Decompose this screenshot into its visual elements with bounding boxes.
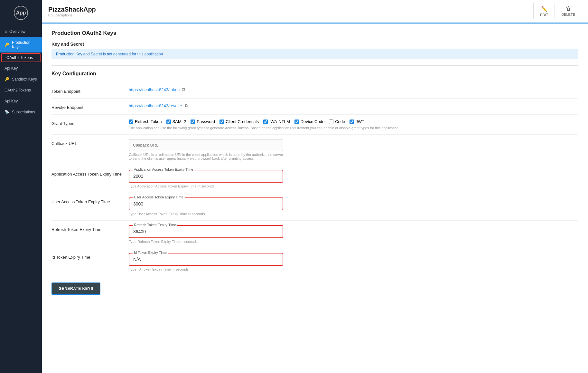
id-token-expiry-group: Id Token Expiry Time Type ID Token Expir… (129, 253, 578, 271)
edit-icon: ✏️ (541, 6, 547, 12)
user-access-token-expiry-row: User Access Token Expiry Time User Acces… (51, 193, 578, 221)
sidebar-item-oauth2-tokens[interactable]: OAuth2 Tokens (1, 53, 41, 62)
logo-text: App (16, 10, 26, 16)
grant-type-item-password: Password (191, 119, 215, 124)
sidebar-item-subscriptions[interactable]: 📡 Subscriptions (0, 107, 42, 118)
header-actions: ✏️ EDIT 🗑 DELETE (533, 3, 582, 19)
refresh-token-expiry-field-label: Refresh Token Expiry Time (133, 223, 177, 227)
grant-type-item-device_code: Device Code (294, 119, 324, 124)
user-access-token-field-label: User Access Token Expiry Time (133, 195, 185, 199)
app-title: PizzaShackApp (48, 6, 96, 13)
refresh-token-expiry-note: Type Refresh Token Expiry Time in second… (129, 240, 578, 244)
grant-types-row: Grant Types Refresh TokenSAML2PasswordCl… (51, 115, 578, 135)
callback-url-row: Callback URL Callback URL is a redirecti… (51, 135, 578, 165)
refresh-token-expiry-row: Refresh Token Expiry Time Refresh Token … (51, 221, 578, 248)
app-access-token-expiry-label: Application Access Token Expiry Time (51, 170, 122, 177)
sidebar-item-label: Api Key (5, 99, 18, 103)
callback-url-label: Callback URL (51, 139, 122, 146)
callback-url-note: Callback URL is a redirection URI in the… (129, 153, 283, 160)
id-token-expiry-input[interactable] (129, 253, 283, 265)
grant-type-item-jwt: JWT (350, 119, 364, 124)
grant-type-item-saml2: SAML2 (166, 119, 186, 124)
grant-type-checkbox-code[interactable] (329, 120, 333, 124)
production-keys-icon: 🔑 (5, 43, 9, 47)
grant-type-item-iwa_ntlm: IWA-NTLM (263, 119, 290, 124)
logo-circle: App (14, 6, 28, 20)
grant-type-checkbox-jwt[interactable] (350, 120, 354, 124)
id-token-expiry-wrapper: Id Token Expiry Time (129, 253, 283, 266)
user-access-token-expiry-input[interactable] (129, 198, 283, 210)
grant-type-checkbox-saml2[interactable] (166, 120, 171, 124)
content-area: Production OAuth2 Keys Key and Secret Pr… (42, 24, 588, 373)
config-section-title: Key Configuration (51, 71, 578, 77)
id-token-expiry-row: Id Token Expiry Time Id Token Expiry Tim… (51, 248, 578, 276)
grant-type-checkbox-refresh_token[interactable] (129, 120, 133, 124)
sidebar-item-label: Subscriptions (12, 110, 35, 114)
grant-type-checkbox-iwa_ntlm[interactable] (263, 120, 268, 124)
app-title-section: PizzaShackApp 0 Subscriptions (48, 6, 96, 17)
grant-type-item-client_credentials: Client Credentials (219, 119, 259, 124)
grant-type-checkbox-password[interactable] (191, 120, 195, 124)
sidebar-item-sandbox-keys[interactable]: 🔑 Sandbox Keys (0, 74, 42, 85)
copy-token-endpoint-icon[interactable]: ⧉ (182, 87, 185, 92)
edit-label: EDIT (540, 13, 548, 17)
delete-icon: 🗑 (566, 6, 571, 12)
grant-type-item-refresh_token: Refresh Token (129, 119, 162, 124)
token-endpoint-label: Token Endpoint (51, 87, 122, 94)
app-access-token-expiry-wrapper: Application Access Token Expiry Time (129, 170, 283, 183)
id-token-expiry-label: Id Token Expiry Time (51, 253, 122, 260)
top-header: PizzaShackApp 0 Subscriptions ✏️ EDIT 🗑 … (42, 0, 588, 24)
sidebar-item-oauth2-tokens-sandbox[interactable]: OAuth2 Tokens (0, 85, 42, 96)
id-token-expiry-field-label: Id Token Expiry Time (133, 251, 168, 254)
app-access-token-expiry-input[interactable] (129, 170, 283, 182)
sandbox-keys-icon: 🔑 (5, 77, 9, 81)
grant-type-checkbox-device_code[interactable] (294, 120, 299, 124)
sidebar-item-overview[interactable]: ≡ Overview (0, 26, 42, 37)
app-access-token-field-label: Application Access Token Expiry Time (133, 167, 194, 171)
sidebar-item-label: OAuth2 Tokens (5, 88, 31, 92)
grant-type-label-refresh_token: Refresh Token (135, 119, 162, 124)
revoke-endpoint-url: https://localhost:8243/revoke (129, 103, 182, 108)
refresh-token-expiry-group: Refresh Token Expiry Time Type Refresh T… (129, 225, 578, 244)
grant-type-label-password: Password (197, 119, 215, 124)
callback-url-input[interactable] (129, 139, 283, 151)
revoke-endpoint-label: Revoke Endpoint (51, 103, 122, 110)
page-title: Production OAuth2 Keys (51, 30, 578, 36)
sidebar-item-api-key-sandbox[interactable]: Api Key (0, 96, 42, 107)
grant-type-label-saml2: SAML2 (173, 119, 186, 124)
refresh-token-expiry-input[interactable] (129, 226, 283, 237)
sidebar-item-label: Production Keys (12, 40, 37, 49)
user-access-token-expiry-wrapper: User Access Token Expiry Time (129, 197, 283, 210)
sidebar: App ≡ Overview 🔑 Production Keys OAuth2 … (0, 0, 42, 373)
sidebar-item-api-key[interactable]: Api Key (0, 63, 42, 74)
app-access-token-expiry-note: Type Application Access Token Expiry Tim… (129, 184, 578, 188)
section-divider-1 (51, 65, 578, 66)
sidebar-logo: App (0, 0, 42, 26)
user-access-token-expiry-note: Type User Access Token Expiry Time in se… (129, 212, 578, 216)
main-content: PizzaShackApp 0 Subscriptions ✏️ EDIT 🗑 … (42, 0, 588, 373)
revoke-endpoint-value: https://localhost:8243/revoke ⧉ (129, 103, 578, 109)
edit-button[interactable]: ✏️ EDIT (533, 3, 555, 19)
grant-types-note: The application can use the following gr… (129, 126, 578, 130)
app-access-token-expiry-row: Application Access Token Expiry Time App… (51, 165, 578, 193)
subscriptions-icon: 📡 (5, 110, 9, 114)
token-endpoint-row: Token Endpoint https://localhost:8243/to… (51, 82, 578, 99)
sidebar-item-production-keys[interactable]: 🔑 Production Keys (0, 37, 42, 53)
user-access-token-expiry-label: User Access Token Expiry Time (51, 197, 122, 204)
sidebar-item-label: Sandbox Keys (12, 77, 37, 81)
grant-type-label-iwa_ntlm: IWA-NTLM (269, 119, 290, 124)
grant-type-label-device_code: Device Code (301, 119, 324, 124)
overview-icon: ≡ (5, 29, 7, 34)
delete-button[interactable]: 🗑 DELETE (555, 3, 582, 19)
grant-types-label: Grant Types (51, 119, 122, 126)
generate-keys-button[interactable]: GENERATE KEYS (51, 282, 100, 295)
refresh-token-expiry-label: Refresh Token Expiry Time (51, 225, 122, 232)
copy-revoke-endpoint-icon[interactable]: ⧉ (185, 103, 188, 109)
grant-type-label-code: Code (335, 119, 345, 124)
token-endpoint-url: https://localhost:8243/token (129, 87, 180, 92)
grant-type-label-client_credentials: Client Credentials (226, 119, 259, 124)
callback-url-group: Callback URL is a redirection URI in the… (129, 139, 578, 160)
grant-type-item-code: Code (329, 119, 345, 124)
user-access-token-expiry-group: User Access Token Expiry Time Type User … (129, 197, 578, 216)
grant-type-checkbox-client_credentials[interactable] (219, 120, 224, 124)
